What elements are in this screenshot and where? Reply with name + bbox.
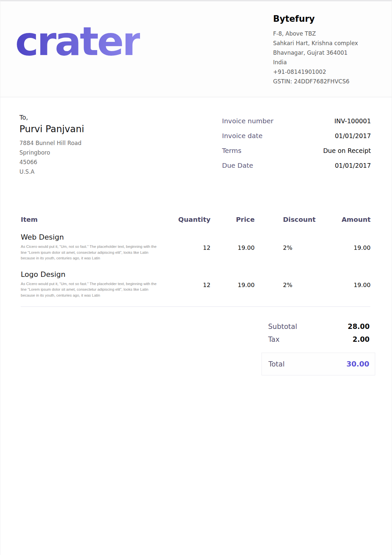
item-price: 19.00	[210, 270, 255, 299]
invoice-meta-value: 01/01/2017	[335, 132, 371, 139]
items-table: Item Quantity Price Discount Amount Web …	[21, 216, 371, 298]
item-discount: 2%	[255, 232, 317, 261]
invoice-meta-row: Due Date 01/01/2017	[222, 161, 371, 169]
tax-value: 2.00	[352, 336, 370, 343]
item-cell: Logo Design As Cicero would put it, “Um,…	[21, 270, 174, 299]
invoice-header: crater Bytefury F-8, Above TBZSahkari Ha…	[0, 1, 392, 97]
header-item: Item	[21, 216, 174, 224]
company-address-line: GSTIN: 24DDF7682FHVCS6	[273, 77, 372, 86]
customer-name: Purvi Panjvani	[19, 124, 84, 134]
item-quantity: 12	[174, 270, 210, 299]
item-amount: 19.00	[317, 232, 371, 261]
summary-divider	[21, 307, 370, 307]
item-description: As Cicero would put it, “Um, not so fast…	[21, 244, 161, 261]
header-price: Price	[210, 216, 255, 224]
tax-row: Tax 2.00	[262, 336, 375, 343]
customer-address: 7884 Bunnel Hill RoadSpringboro45066U.S.…	[19, 138, 84, 177]
summary-block: Subtotal 28.00 Tax 2.00 Total 30.00	[262, 323, 375, 375]
invoice-meta-label: Due Date	[222, 161, 253, 169]
subtotal-row: Subtotal 28.00	[262, 323, 375, 331]
parties-section: To, Purvi Panjvani 7884 Bunnel Hill Road…	[0, 97, 392, 177]
company-address-line: India	[273, 58, 372, 67]
company-block: Bytefury F-8, Above TBZSahkari Hart, Kri…	[273, 14, 372, 97]
bill-to-block: To, Purvi Panjvani 7884 Bunnel Hill Road…	[19, 114, 84, 177]
invoice-meta-row: Terms Due on Receipt	[222, 147, 371, 155]
customer-address-line: 7884 Bunnel Hill Road	[19, 138, 84, 148]
item-amount: 19.00	[317, 270, 371, 299]
item-discount: 2%	[255, 270, 317, 299]
total-box: Total 30.00	[262, 353, 375, 375]
invoice-meta-value: INV-100001	[334, 117, 371, 125]
item-title: Logo Design	[21, 270, 174, 279]
item-title: Web Design	[21, 232, 174, 242]
tax-label: Tax	[268, 336, 280, 343]
item-description: As Cicero would put it, “Um, not so fast…	[21, 281, 161, 299]
invoice-meta-label: Invoice number	[222, 117, 273, 125]
company-address-line: F-8, Above TBZ	[273, 29, 372, 39]
subtotal-label: Subtotal	[268, 323, 297, 331]
item-price: 19.00	[210, 232, 255, 261]
invoice-page: crater Bytefury F-8, Above TBZSahkari Ha…	[0, 0, 392, 555]
header-discount: Discount	[255, 216, 317, 224]
header-amount: Amount	[317, 216, 371, 224]
bill-to-label: To,	[19, 114, 84, 121]
items-table-header: Item Quantity Price Discount Amount	[21, 216, 371, 224]
company-address: F-8, Above TBZSahkari Hart, Krishna comp…	[273, 29, 372, 86]
crater-logo: crater	[15, 22, 140, 97]
header-quantity: Quantity	[174, 216, 210, 224]
customer-address-line: 45066	[19, 158, 84, 167]
invoice-meta-value: 01/01/2017	[335, 162, 371, 169]
invoice-meta-row: Invoice date 01/01/2017	[222, 132, 371, 140]
item-cell: Web Design As Cicero would put it, “Um, …	[21, 232, 174, 261]
customer-address-line: U.S.A	[19, 167, 84, 177]
item-quantity: 12	[174, 232, 210, 261]
total-label: Total	[268, 360, 285, 368]
total-value: 30.00	[346, 360, 369, 368]
subtotal-value: 28.00	[348, 323, 370, 331]
invoice-meta-label: Invoice date	[222, 132, 263, 140]
invoice-meta-block: Invoice number INV-100001 Invoice date 0…	[222, 117, 371, 177]
invoice-meta-value: Due on Receipt	[323, 147, 371, 154]
company-name: Bytefury	[273, 14, 372, 24]
customer-address-line: Springboro	[19, 148, 84, 158]
company-address-line: +91-08141901002	[273, 67, 372, 77]
items-table-body: Web Design As Cicero would put it, “Um, …	[21, 232, 371, 298]
company-address-line: Bhavnagar, Gujrat 364001	[273, 48, 372, 58]
company-address-line: Sahkari Hart, Krishna complex	[273, 39, 372, 48]
invoice-meta-label: Terms	[222, 147, 241, 155]
table-row: Web Design As Cicero would put it, “Um, …	[21, 232, 371, 261]
invoice-meta-row: Invoice number INV-100001	[222, 117, 371, 125]
table-row: Logo Design As Cicero would put it, “Um,…	[21, 270, 371, 299]
